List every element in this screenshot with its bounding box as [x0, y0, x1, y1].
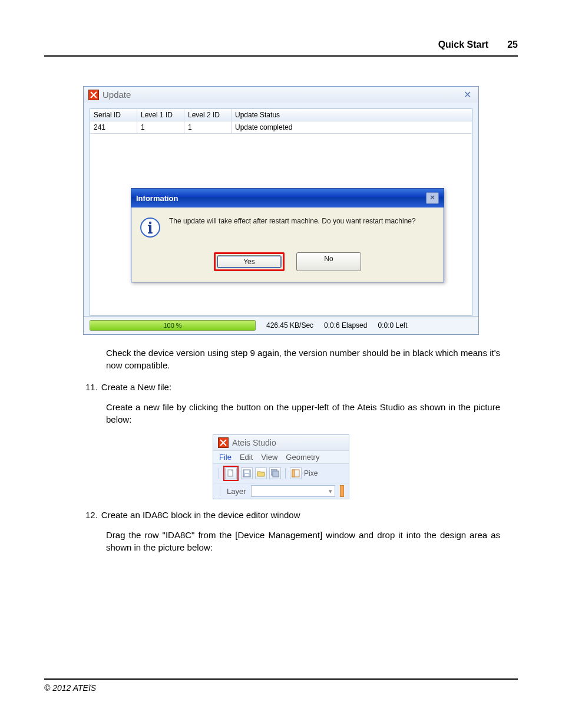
step-12-title: Create an IDA8C block in the device edit…	[101, 510, 300, 520]
step-11-title: Create a New file:	[101, 382, 171, 392]
layout-button[interactable]	[290, 467, 302, 479]
paragraph-check-version: Check the device version using step 9 ag…	[106, 347, 500, 371]
menu-file[interactable]: File	[219, 453, 232, 462]
table-row[interactable]: 241 1 1 Update completed	[90, 121, 472, 134]
save-all-button[interactable]	[269, 467, 281, 479]
col-serial-id[interactable]: Serial ID	[90, 109, 137, 121]
menu-view[interactable]: View	[261, 453, 277, 462]
information-title: Information	[136, 194, 178, 203]
transfer-rate: 426.45 KB/Sec	[266, 321, 313, 330]
menu-edit[interactable]: Edit	[240, 453, 253, 462]
chevron-down-icon: ▾	[329, 487, 332, 495]
update-window-titlebar: Update ✕	[84, 87, 478, 103]
dock-handle[interactable]	[340, 485, 344, 497]
progress-bar: 100 %	[90, 320, 256, 331]
app-icon	[88, 90, 99, 100]
time-left: 0:0:0 Left	[378, 321, 407, 330]
open-button[interactable]	[255, 467, 267, 479]
cell-serial: 241	[90, 121, 137, 133]
header-page-number: 25	[507, 39, 518, 50]
layer-combobox[interactable]: ▾	[251, 485, 335, 497]
svg-rect-4	[148, 225, 151, 226]
svg-rect-12	[292, 470, 295, 477]
yes-button-highlight: Yes	[214, 252, 285, 271]
layer-bar: Layer ▾	[213, 483, 349, 499]
progress-percent: 100 %	[90, 321, 255, 330]
ateis-studio-window: Ateis Studio File Edit View Geometry	[213, 434, 349, 499]
new-file-button[interactable]	[225, 467, 237, 479]
toolbar-separator	[285, 468, 286, 479]
page-footer: © 2012 ATEÏS	[44, 678, 518, 693]
svg-rect-7	[244, 470, 249, 473]
cell-status: Update completed	[232, 121, 472, 133]
yes-button[interactable]: Yes	[217, 255, 282, 268]
app-icon	[218, 437, 229, 448]
no-button[interactable]: No	[296, 252, 361, 271]
step-11: 11. Create a New file:	[85, 382, 518, 392]
information-dialog: Information ×	[131, 188, 444, 282]
svg-rect-2	[149, 225, 151, 232]
info-icon	[140, 217, 161, 238]
update-window: Update ✕ Serial ID Level 1 ID Level 2 ID…	[83, 86, 479, 335]
footer-copyright: © 2012 ATEÏS	[44, 683, 96, 693]
information-titlebar: Information ×	[131, 189, 444, 207]
grid-header-row: Serial ID Level 1 ID Level 2 ID Update S…	[90, 109, 472, 121]
toolbar: Pixe	[213, 464, 349, 483]
header-section-title: Quick Start	[438, 39, 488, 50]
col-update-status[interactable]: Update Status	[232, 109, 472, 121]
ateis-studio-title: Ateis Studio	[232, 438, 276, 447]
svg-rect-3	[148, 232, 153, 233]
close-icon[interactable]: ×	[426, 192, 439, 204]
svg-point-1	[149, 222, 151, 224]
ateis-studio-titlebar: Ateis Studio	[213, 435, 349, 450]
save-button[interactable]	[241, 467, 253, 479]
step-12-number: 12.	[85, 510, 98, 520]
cell-l2: 1	[184, 121, 232, 133]
cell-l1: 1	[137, 121, 184, 133]
col-level1-id[interactable]: Level 1 ID	[137, 109, 184, 121]
svg-rect-8	[245, 474, 249, 476]
new-file-highlight	[223, 466, 239, 481]
page-header: Quick Start 25	[44, 41, 518, 57]
menu-geometry[interactable]: Geometry	[286, 453, 319, 462]
svg-rect-10	[273, 471, 279, 477]
update-status-bar: 100 % 426.45 KB/Sec 0:0:6 Elapsed 0:0:0 …	[84, 316, 478, 334]
elapsed-time: 0:0:6 Elapsed	[324, 321, 367, 330]
step-12: 12. Create an IDA8C block in the device …	[85, 510, 518, 520]
step-12-paragraph: Drag the row "IDA8C" from the [Device Ma…	[106, 529, 500, 554]
step-11-number: 11.	[85, 382, 98, 392]
toolbar-grip	[219, 468, 219, 479]
col-level2-id[interactable]: Level 2 ID	[184, 109, 232, 121]
layer-label: Layer	[227, 487, 246, 496]
pixe-label: Pixe	[304, 469, 318, 477]
close-icon[interactable]: ✕	[461, 89, 474, 100]
update-window-title: Update	[103, 90, 131, 100]
step-11-paragraph: Create a new file by clicking the button…	[106, 401, 500, 426]
menu-bar: File Edit View Geometry	[213, 450, 349, 464]
information-message: The update will take effect after restar…	[169, 217, 416, 225]
toolbar-grip	[220, 486, 220, 496]
